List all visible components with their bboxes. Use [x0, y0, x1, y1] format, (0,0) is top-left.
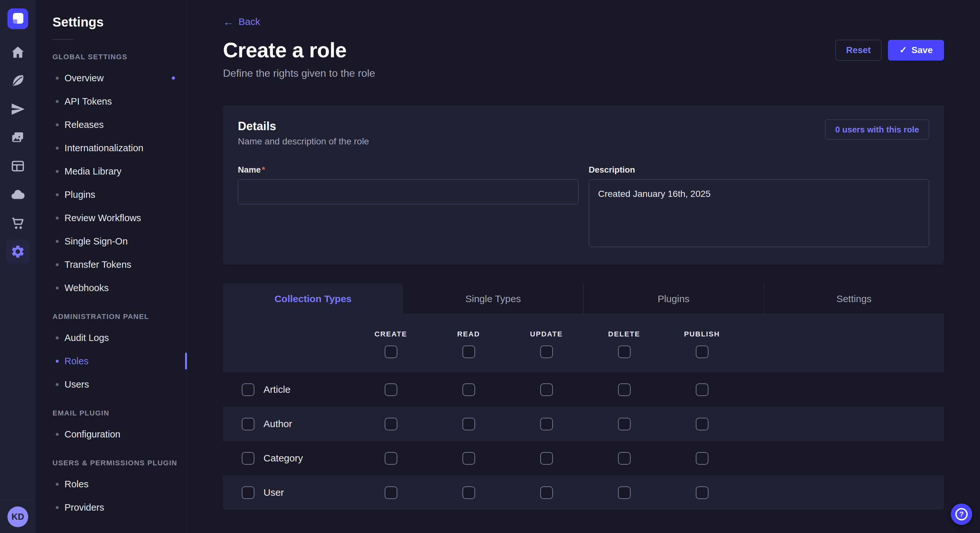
reset-button[interactable]: Reset — [835, 40, 881, 60]
category-row-checkbox[interactable] — [242, 452, 255, 465]
bullet-icon — [56, 383, 59, 386]
author-create-checkbox[interactable] — [385, 418, 397, 430]
article-row-checkbox[interactable] — [242, 383, 255, 396]
user-create-checkbox[interactable] — [385, 486, 397, 499]
column-header-delete: DELETE — [585, 330, 663, 338]
author-publish-checkbox[interactable] — [696, 418, 708, 430]
name-input[interactable] — [238, 179, 579, 204]
column-header-publish: PUBLISH — [663, 330, 741, 338]
user-read-checkbox[interactable] — [463, 486, 475, 499]
sidebar-item-up-roles[interactable]: Roles — [36, 473, 187, 496]
tab-single-types[interactable]: Single Types — [403, 283, 583, 314]
author-update-checkbox[interactable] — [540, 418, 553, 430]
back-link[interactable]: ← Back — [223, 16, 260, 27]
sidebar-item-transfer-tokens[interactable]: Transfer Tokens — [36, 253, 187, 276]
sidebar-item-overview[interactable]: Overview — [36, 67, 187, 90]
user-row-checkbox[interactable] — [242, 486, 255, 499]
bullet-icon — [56, 194, 59, 196]
sidebar-item-plugins[interactable]: Plugins — [36, 183, 187, 206]
author-row-checkbox[interactable] — [242, 418, 255, 430]
active-item-indicator — [185, 353, 187, 370]
bullet-icon — [56, 170, 59, 173]
sidebar-item-media-library[interactable]: Media Library — [36, 160, 187, 183]
gear-icon — [10, 244, 25, 259]
section-email-plugin: EMAIL PLUGIN Configuration — [36, 409, 187, 446]
home-icon — [10, 45, 25, 60]
article-create-checkbox[interactable] — [385, 383, 397, 396]
rail-icons — [0, 38, 36, 266]
user-delete-checkbox[interactable] — [618, 486, 631, 499]
bullet-icon — [56, 240, 59, 243]
article-read-checkbox[interactable] — [463, 383, 475, 396]
user-avatar[interactable]: KD — [8, 506, 28, 527]
sidebar-item-up-providers[interactable]: Providers — [36, 496, 187, 519]
select-all-delete-checkbox[interactable] — [618, 346, 631, 358]
sidebar-item-review-workflows[interactable]: Review Workflows — [36, 206, 187, 230]
select-all-update-checkbox[interactable] — [540, 346, 553, 358]
author-read-checkbox[interactable] — [463, 418, 475, 430]
select-all-create-checkbox[interactable] — [385, 346, 397, 358]
category-read-checkbox[interactable] — [463, 452, 475, 465]
strapi-logo-icon — [13, 13, 23, 24]
nav-home[interactable] — [0, 38, 36, 67]
category-create-checkbox[interactable] — [385, 452, 397, 465]
back-label: Back — [239, 16, 260, 27]
notification-dot — [172, 76, 175, 80]
category-publish-checkbox[interactable] — [696, 452, 708, 465]
article-update-checkbox[interactable] — [540, 383, 553, 396]
nav-settings[interactable] — [0, 237, 36, 266]
nav-cloud[interactable] — [0, 180, 36, 209]
tab-settings[interactable]: Settings — [764, 283, 944, 314]
row-label: User — [264, 487, 284, 498]
sidebar-item-releases[interactable]: Releases — [36, 113, 187, 136]
article-delete-checkbox[interactable] — [618, 383, 631, 396]
name-label: Name* — [238, 165, 579, 175]
bullet-icon — [56, 147, 59, 150]
permission-row-user: User — [223, 475, 944, 510]
description-field: Description Created January 16th, 2025 — [589, 165, 929, 248]
help-button[interactable]: ? — [951, 503, 972, 525]
author-delete-checkbox[interactable] — [618, 418, 631, 430]
details-card-header: Details Name and description of the role… — [238, 119, 929, 147]
permissions-header: CREATE READ UPDATE DELETE PUBLISH — [223, 314, 944, 373]
user-publish-checkbox[interactable] — [696, 486, 708, 499]
rail-bottom: KD — [0, 501, 36, 533]
sidebar-item-api-tokens[interactable]: API Tokens — [36, 90, 187, 113]
nav-releases[interactable] — [0, 95, 36, 124]
nav-content-type-builder[interactable] — [0, 152, 36, 180]
save-button[interactable]: ✓ Save — [888, 40, 944, 60]
sidebar-item-audit-logs[interactable]: Audit Logs — [36, 326, 187, 349]
select-all-row — [223, 346, 944, 358]
sidebar-item-email-configuration[interactable]: Configuration — [36, 423, 187, 446]
select-all-publish-checkbox[interactable] — [696, 346, 708, 358]
nav-marketplace[interactable] — [0, 209, 36, 237]
back-arrow-icon: ← — [223, 16, 234, 27]
sidebar-item-single-sign-on[interactable]: Single Sign-On — [36, 230, 187, 253]
sidebar-item-webhooks[interactable]: Webhooks — [36, 276, 187, 300]
category-update-checkbox[interactable] — [540, 452, 553, 465]
user-update-checkbox[interactable] — [540, 486, 553, 499]
page-subtitle: Define the rights given to the role — [223, 67, 944, 79]
category-delete-checkbox[interactable] — [618, 452, 631, 465]
sidebar-item-admin-roles[interactable]: Roles — [36, 349, 187, 373]
settings-sidebar: Settings GLOBAL SETTINGS Overview API To… — [36, 0, 187, 533]
article-publish-checkbox[interactable] — [696, 383, 708, 396]
users-with-role-button[interactable]: 0 users with this role — [825, 119, 929, 140]
cart-icon — [10, 216, 25, 230]
tab-collection-types[interactable]: Collection Types — [223, 283, 403, 314]
bullet-icon — [56, 360, 59, 363]
select-all-read-checkbox[interactable] — [463, 346, 475, 358]
tab-plugins[interactable]: Plugins — [583, 283, 764, 314]
column-header-create: CREATE — [352, 330, 430, 338]
nav-content-manager[interactable] — [0, 67, 36, 95]
row-label: Author — [264, 418, 292, 429]
row-label: Article — [264, 384, 290, 395]
sidebar-item-internationalization[interactable]: Internationalization — [36, 136, 187, 160]
column-header-update: UPDATE — [508, 330, 585, 338]
description-textarea[interactable]: Created January 16th, 2025 — [589, 179, 929, 247]
details-title: Details — [238, 119, 369, 133]
bullet-icon — [56, 287, 59, 289]
sidebar-item-admin-users[interactable]: Users — [36, 373, 187, 396]
strapi-logo[interactable] — [8, 8, 28, 29]
nav-media-library[interactable] — [0, 124, 36, 152]
